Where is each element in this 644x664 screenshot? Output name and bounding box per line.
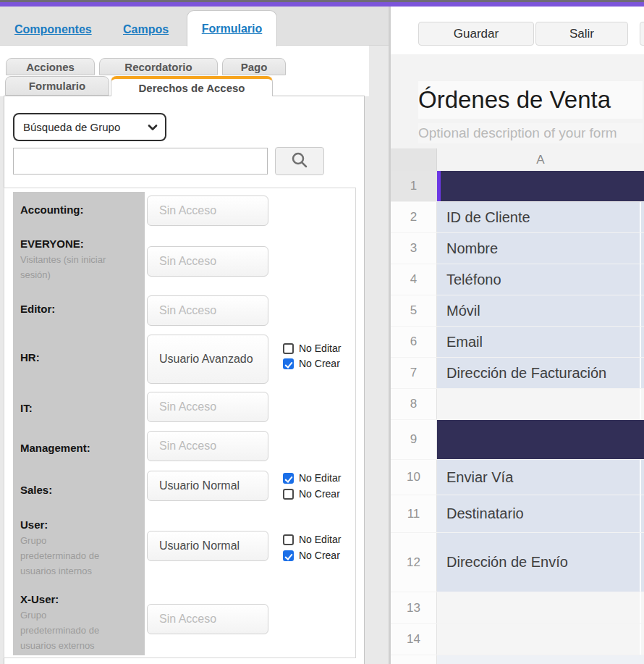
column-a-header[interactable]: A (437, 148, 644, 171)
field-label: Enviar Vía (446, 469, 513, 486)
row-number[interactable]: 11 (391, 495, 437, 532)
field-cell[interactable]: Nombre (437, 233, 644, 264)
no-editar-checkbox[interactable] (283, 534, 294, 545)
search-button[interactable] (275, 147, 324, 175)
field-cell[interactable]: Email (437, 327, 644, 357)
access-level-button-hr[interactable]: Usuario Avanzado (147, 335, 268, 384)
field-cell[interactable]: Teléfono (437, 264, 644, 295)
row-number[interactable]: 2 (391, 202, 437, 232)
sheet-row-5: 5 Móvil (391, 295, 644, 326)
form-description-field[interactable]: Optional description of your form (418, 123, 643, 143)
group-hr: HR: (20, 351, 136, 363)
access-level-value: Sin Acceso (159, 254, 216, 269)
access-level-button-management[interactable]: Sin Acceso (147, 431, 268, 461)
row-number[interactable]: 1 (391, 171, 437, 201)
spreadsheet-grid: 1 2 ID de Cliente 3 Nombre 4 Teléfono 5 … (391, 171, 644, 664)
group-everyone: EVERYONE: Visitantes (sin iniciar sesión… (20, 238, 136, 283)
sheet-row-7: 7 Dirección de Facturación (391, 358, 644, 388)
group-name-label: Accounting: (20, 203, 136, 216)
access-level-button-x-user[interactable]: Sin Acceso (147, 604, 268, 634)
sheet-row-partial (391, 655, 644, 664)
field-label: Dirección de Envío (446, 554, 568, 571)
no-crear-checkbox[interactable] (283, 489, 294, 500)
flag-row: No Crear (283, 550, 340, 561)
access-level-button-editor[interactable]: Sin Acceso (147, 295, 268, 326)
group-name-label: Sales: (20, 484, 136, 496)
tab-formulario-label: Formulario (202, 22, 263, 35)
subtab-derechos-de-acceso[interactable]: Derechos de Acceso (111, 76, 273, 96)
field-cell[interactable]: ID de Cliente (437, 202, 644, 232)
access-level-button-user[interactable]: Usuario Normal (147, 531, 268, 561)
subtab-formulario[interactable]: Formulario (5, 76, 109, 96)
no-editar-checkbox[interactable] (283, 473, 294, 484)
subtab-pago[interactable]: Pago (222, 58, 286, 75)
no-crear-checkbox[interactable] (283, 550, 294, 561)
row-number[interactable]: 10 (391, 460, 437, 495)
sheet-header-row: A (391, 148, 644, 171)
group-it: IT: (20, 402, 136, 414)
chevron-down-icon (148, 124, 158, 131)
no-editar-label: No Editar (299, 534, 341, 545)
field-cell[interactable]: Dirección de Envío (437, 533, 644, 592)
empty-cell[interactable] (437, 592, 644, 623)
group-search-dropdown[interactable]: Búsqueda de Grupo (13, 113, 166, 141)
field-cell[interactable]: Destinatario (437, 495, 644, 532)
sheet-row-3: 3 Nombre (391, 233, 644, 264)
sheet-corner-cell[interactable] (391, 148, 437, 171)
field-cell[interactable]: Dirección de Facturación (437, 358, 644, 388)
tab-campos[interactable]: Campos (123, 23, 169, 36)
group-description: Visitantes (sin iniciar sesión) (20, 253, 130, 283)
form-title-field[interactable]: Órdenes de Venta (418, 81, 643, 119)
builder-left-panel: Componentes Campos Formulario Acciones R… (0, 7, 389, 664)
row-number[interactable]: 12 (391, 533, 437, 592)
section-cell[interactable] (437, 420, 644, 459)
row-number[interactable] (391, 655, 437, 664)
empty-cell[interactable] (437, 655, 644, 664)
empty-cell[interactable] (437, 389, 644, 419)
row-number[interactable]: 6 (391, 327, 437, 357)
access-level-value: Usuario Avanzado (159, 352, 253, 367)
tab-componentes[interactable]: Componentes (14, 23, 92, 36)
field-cell[interactable]: Móvil (437, 295, 644, 326)
row-number[interactable]: 14 (391, 624, 437, 655)
row-number[interactable]: 13 (391, 592, 437, 623)
field-label: Email (446, 334, 483, 350)
no-crear-label: No Crear (299, 358, 340, 369)
access-level-button-it[interactable]: Sin Acceso (147, 392, 268, 422)
flag-row: No Crear (283, 488, 340, 500)
guardar-button[interactable]: Guardar (418, 22, 534, 46)
subtab-recordatorio[interactable]: Recordatorio (99, 58, 218, 75)
empty-cell[interactable] (437, 624, 644, 655)
row-number[interactable]: 9 (391, 420, 437, 459)
toolbar-button-partial[interactable] (640, 22, 644, 46)
section-cell[interactable] (437, 171, 644, 201)
field-label: Móvil (446, 303, 480, 319)
group-search-dropdown-value: Búsqueda de Grupo (23, 121, 120, 133)
group-search-input[interactable] (13, 148, 268, 175)
group-name-label: User: (20, 518, 136, 531)
group-user: User: Grupo predeterminado de usuarios i… (20, 518, 136, 579)
access-level-value: Usuario Normal (159, 479, 240, 494)
group-sales: Sales: (20, 484, 136, 496)
row-number[interactable]: 4 (391, 264, 437, 295)
no-editar-checkbox[interactable] (283, 343, 294, 354)
no-crear-checkbox[interactable] (283, 358, 294, 369)
field-label: Teléfono (446, 272, 501, 288)
row-number[interactable]: 8 (391, 389, 437, 419)
row-number[interactable]: 7 (391, 358, 437, 388)
group-name-label: Management: (20, 442, 136, 454)
access-level-button-accounting[interactable]: Sin Acceso (147, 196, 268, 226)
tab-formulario[interactable]: Formulario (187, 10, 277, 46)
group-name-label: IT: (20, 402, 136, 414)
group-description: Grupo predeterminado de usuarios externo… (20, 608, 110, 653)
row-number[interactable]: 3 (391, 233, 437, 264)
subtab-acciones[interactable]: Acciones (6, 58, 95, 75)
flag-row: No Crear (283, 358, 340, 369)
field-cell[interactable]: Enviar Vía (437, 460, 644, 495)
sheet-row-10: 10 Enviar Vía (391, 460, 644, 495)
access-level-button-everyone[interactable]: Sin Acceso (147, 246, 268, 277)
salir-button[interactable]: Salir (535, 22, 628, 46)
access-level-button-sales[interactable]: Usuario Normal (147, 471, 268, 501)
row-number[interactable]: 5 (391, 295, 437, 326)
group-description: Grupo predeterminado de usuarios interno… (20, 534, 110, 579)
